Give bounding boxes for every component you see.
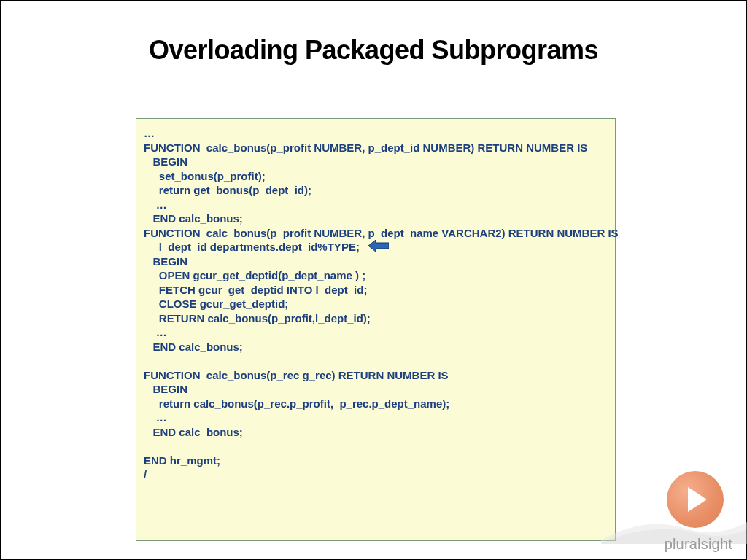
- code-line: END calc_bonus;: [144, 212, 243, 225]
- code-line: FETCH gcur_get_deptid INTO l_dept_id;: [144, 284, 367, 296]
- code-line: return calc_bonus(p_rec.p_profit, p_rec.…: [144, 397, 449, 410]
- code-line: set_bonus(p_profit);: [144, 170, 266, 182]
- code-line: …: [144, 198, 167, 211]
- code-box: … FUNCTION calc_bonus(p_profit NUMBER, p…: [136, 118, 616, 541]
- code-line: …: [144, 411, 167, 424]
- code-line: OPEN gcur_get_deptid(p_dept_name ) ;: [144, 269, 365, 281]
- code-line: return get_bonus(p_dept_id);: [144, 184, 311, 196]
- svg-marker-0: [368, 240, 389, 252]
- brand-logo: pluralsight: [623, 470, 740, 557]
- code-line: END hr_mgmt;: [144, 454, 220, 467]
- code-line: /: [144, 468, 147, 481]
- brand-text: pluralsight: [665, 536, 732, 553]
- swoosh-icon: [601, 508, 747, 544]
- code-line: END calc_bonus;: [144, 341, 243, 353]
- slide-title: Overloading Packaged Subprograms: [1, 35, 746, 66]
- slide: Overloading Packaged Subprograms … FUNCT…: [0, 0, 747, 560]
- code-line: BEGIN: [144, 383, 187, 395]
- play-icon: [667, 471, 724, 528]
- code-line: FUNCTION calc_bonus(p_profit NUMBER, p_d…: [144, 227, 619, 239]
- play-triangle-icon: [688, 487, 707, 512]
- code-line: BEGIN: [144, 255, 187, 268]
- code-line: FUNCTION calc_bonus(p_rec g_rec) RETURN …: [144, 369, 449, 381]
- code-line: RETURN calc_bonus(p_profit,l_dept_id);: [144, 312, 371, 324]
- code-content: … FUNCTION calc_bonus(p_profit NUMBER, p…: [144, 126, 608, 482]
- code-line: FUNCTION calc_bonus(p_profit NUMBER, p_d…: [144, 141, 587, 154]
- code-line: …: [144, 326, 167, 338]
- code-line: END calc_bonus;: [144, 426, 243, 438]
- code-line: l_dept_id departments.dept_id%TYPE;: [144, 241, 360, 253]
- code-line: CLOSE gcur_get_deptid;: [144, 298, 288, 310]
- code-line: …: [144, 127, 155, 139]
- code-line: BEGIN: [144, 155, 187, 168]
- arrow-left-icon: [368, 240, 389, 252]
